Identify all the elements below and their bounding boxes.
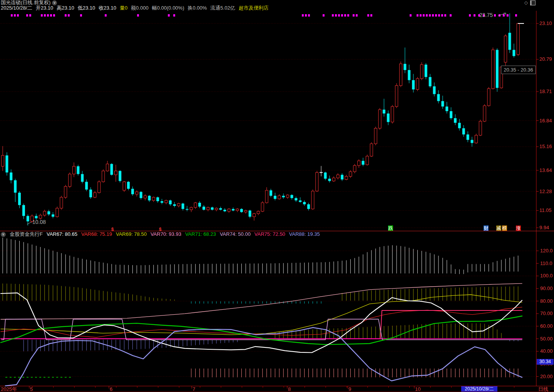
tdx-app-window: 国光连锁(日线.前复权) ∨ ◇ 2025/10/28/二开23.10高23.1… (0, 0, 554, 392)
period-label[interactable]: 日线 (538, 386, 548, 392)
candle-down (290, 195, 293, 198)
candle-up (475, 135, 477, 143)
timeline-month-label: 7 (192, 386, 195, 392)
timeline-year-label: 2025年 (1, 386, 17, 392)
magenta-dot (65, 14, 67, 17)
candle-down (18, 193, 21, 205)
candle-down (433, 86, 436, 94)
candle-down (328, 179, 331, 181)
low-price-label: 10.08 (32, 219, 46, 225)
olive-histogram-lower (275, 323, 501, 338)
indicator-var-5: VAR71: 68.23 (185, 232, 216, 237)
indicator-var-7: VAR75: 72.50 (254, 232, 285, 237)
indicator-var-1: VAR67: 80.65 (47, 232, 77, 237)
candle-down (454, 118, 457, 123)
magenta-dot (410, 14, 412, 17)
magenta-dot (323, 14, 325, 17)
candle-down (512, 50, 515, 56)
magenta-dot (435, 14, 437, 17)
magenta-dot (14, 14, 16, 17)
candle-up (106, 164, 109, 171)
candle-down (223, 210, 226, 211)
magenta-dot (503, 14, 505, 17)
candle-up (345, 176, 348, 179)
main-axis-label: 15.16 (539, 143, 552, 149)
candle-down (445, 107, 448, 111)
candle-up (194, 203, 197, 207)
high-price-label: 23.75 (479, 12, 493, 18)
magenta-dot (305, 14, 307, 17)
main-chart-plot[interactable] (0, 13, 536, 228)
magenta-dot (68, 14, 70, 17)
indicator-var-4: VAR70: 93.93 (151, 232, 181, 237)
candlestick-series (2, 13, 520, 226)
candle-up (253, 214, 256, 217)
candle-up (487, 88, 490, 105)
sub-axis-label: 60.00 (540, 323, 553, 329)
candle-down (182, 204, 184, 209)
indicator-plot[interactable] (0, 238, 536, 386)
collapse-panel-icon[interactable]: ∨ (1, 232, 6, 237)
candle-up (152, 197, 155, 200)
candle-down (161, 201, 163, 203)
magenta-dot (441, 14, 443, 17)
candle-up (102, 171, 105, 182)
candle-down (119, 171, 121, 181)
event-badge-跌[interactable]: 跌 (388, 225, 393, 231)
chart-canvas[interactable]: 23.1020.7918.7116.8415.1613.6412.2811.05… (0, 0, 554, 392)
event-badge-财[interactable]: 财 (484, 225, 489, 231)
candle-up (370, 144, 373, 156)
candle-up (136, 192, 138, 194)
candle-up (144, 196, 147, 198)
magenta-dot (469, 14, 471, 17)
candle-up (395, 85, 398, 106)
event-badge-榜[interactable]: 榜 (502, 225, 507, 231)
main-axis-label: 16.84 (539, 118, 552, 123)
main-axis-label: 18.71 (539, 88, 552, 94)
magenta-dot (173, 14, 175, 17)
candle-up (60, 197, 63, 208)
event-badge-减[interactable]: 减 (496, 225, 501, 231)
magenta-dot (417, 14, 418, 17)
candle-down (127, 182, 130, 189)
candle-up (374, 128, 377, 143)
candle-down (47, 211, 50, 214)
event-badge-涨[interactable]: 涨 (516, 225, 521, 231)
candle-up (311, 191, 314, 209)
candle-up (366, 156, 368, 165)
candle-down (232, 209, 234, 210)
candle-up (236, 209, 239, 210)
magenta-dot (29, 14, 31, 17)
candle-up (215, 208, 218, 210)
magenta-dot (47, 14, 49, 17)
candle-up (278, 196, 281, 199)
candle-down (274, 196, 276, 199)
sub-axis-label: 20.00 (540, 374, 553, 379)
candle-up (265, 190, 268, 203)
candle-down (219, 208, 222, 210)
candle-up (2, 155, 4, 166)
magenta-dot (168, 14, 170, 17)
indicator-name[interactable]: 金股资金先行F (10, 232, 43, 237)
magenta-dot (515, 14, 517, 17)
candle-down (52, 214, 54, 217)
candle-up (286, 195, 289, 197)
candle-up (336, 175, 339, 178)
main-axis-label: 9.94 (539, 225, 549, 230)
candle-up (349, 172, 352, 176)
candle-down (22, 205, 25, 216)
white-histogram (3, 238, 518, 274)
magenta-dot (507, 14, 509, 17)
gap-annotation-label: 20.35 - 20.36 (504, 67, 533, 73)
magenta-dot (423, 14, 425, 17)
timeline-month-label: 9 (348, 386, 351, 392)
candle-up (391, 107, 394, 122)
candle-down (450, 111, 452, 118)
magenta-dot (356, 14, 358, 17)
indicator-var-2: VAR68: 75.19 (81, 232, 112, 237)
candle-down (173, 204, 176, 206)
magenta-dot (41, 14, 43, 17)
candle-up (165, 200, 167, 203)
candle-down (429, 77, 432, 86)
candle-down (186, 209, 188, 210)
